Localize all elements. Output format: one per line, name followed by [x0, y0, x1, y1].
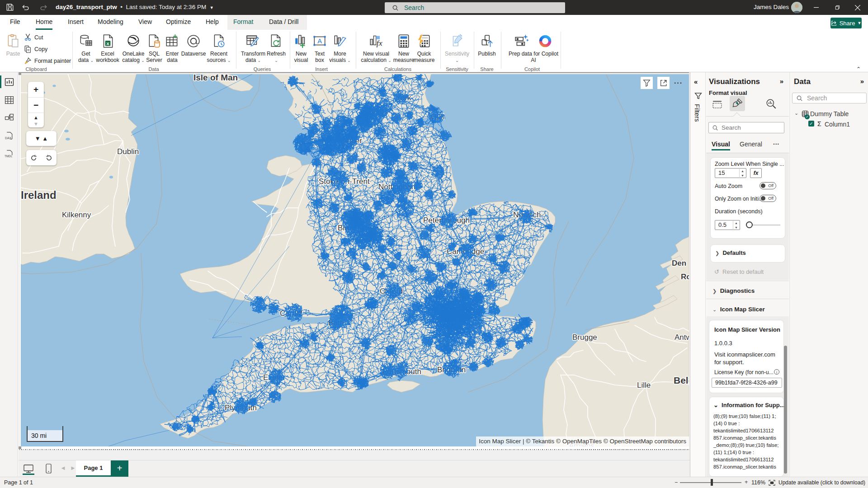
svg-text:A: A [317, 38, 322, 45]
svg-text:Ireland: Ireland [21, 189, 57, 201]
svg-text:Isle of Man: Isle of Man [193, 74, 238, 82]
svg-text:Den: Den [672, 259, 686, 267]
svg-text:Dublin: Dublin [117, 147, 139, 156]
svg-text:Antw: Antw [675, 333, 689, 342]
svg-text:Lille: Lille [637, 381, 651, 389]
svg-text:DAX: DAX [5, 136, 11, 140]
svg-text:Brugge: Brugge [572, 333, 597, 342]
svg-text:Ro: Ro [681, 272, 689, 281]
svg-text:Kilkenny: Kilkenny [62, 211, 91, 219]
svg-text:fx: fx [377, 38, 382, 47]
svg-text:TMDL: TMDL [5, 155, 13, 158]
svg-text:X: X [106, 41, 109, 46]
svg-text:Belgi: Belgi [674, 375, 689, 385]
